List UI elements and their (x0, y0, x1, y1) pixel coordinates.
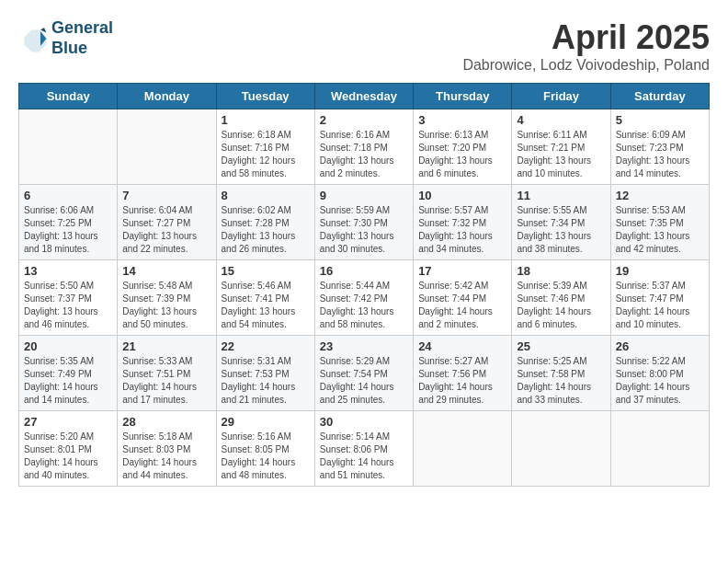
day-info: Sunrise: 5:20 AMSunset: 8:01 PMDaylight:… (24, 431, 112, 482)
day-cell: 4Sunrise: 6:11 AMSunset: 7:21 PMDaylight… (512, 109, 610, 185)
day-info: Sunrise: 5:14 AMSunset: 8:06 PMDaylight:… (320, 431, 408, 482)
calendar-table: SundayMondayTuesdayWednesdayThursdayFrid… (18, 83, 710, 487)
day-cell: 23Sunrise: 5:29 AMSunset: 7:54 PMDayligh… (314, 336, 413, 411)
day-info: Sunrise: 5:48 AMSunset: 7:39 PMDaylight:… (122, 280, 210, 331)
header-cell-monday: Monday (118, 84, 216, 109)
day-info: Sunrise: 5:31 AMSunset: 7:53 PMDaylight:… (222, 355, 310, 407)
week-row-5: 27Sunrise: 5:20 AMSunset: 8:01 PMDayligh… (19, 411, 710, 487)
day-number: 26 (616, 339, 704, 353)
month-title: April 2025 (462, 18, 710, 57)
day-info: Sunrise: 5:18 AMSunset: 8:03 PMDaylight:… (122, 431, 210, 482)
day-number: 29 (222, 415, 310, 429)
day-number: 3 (418, 113, 506, 127)
week-row-1: 1Sunrise: 6:18 AMSunset: 7:16 PMDaylight… (19, 109, 710, 185)
day-number: 28 (122, 415, 210, 429)
day-number: 1 (222, 113, 310, 127)
day-info: Sunrise: 5:39 AMSunset: 7:46 PMDaylight:… (517, 280, 605, 331)
day-cell: 13Sunrise: 5:50 AMSunset: 7:37 PMDayligh… (19, 260, 118, 336)
header-cell-thursday: Thursday (414, 84, 512, 109)
day-info: Sunrise: 5:37 AMSunset: 7:47 PMDaylight:… (616, 280, 704, 331)
header-cell-wednesday: Wednesday (314, 84, 413, 109)
day-cell: 8Sunrise: 6:02 AMSunset: 7:28 PMDaylight… (216, 185, 314, 260)
logo-line1: General (51, 18, 113, 37)
day-cell: 6Sunrise: 6:06 AMSunset: 7:25 PMDaylight… (19, 185, 118, 260)
logo: General Blue (18, 18, 113, 58)
day-info: Sunrise: 6:11 AMSunset: 7:21 PMDaylight:… (517, 129, 605, 180)
day-number: 5 (616, 113, 704, 127)
day-number: 16 (320, 264, 408, 278)
day-number: 19 (616, 264, 704, 278)
day-number: 25 (517, 339, 605, 353)
day-cell (512, 411, 610, 487)
day-cell: 10Sunrise: 5:57 AMSunset: 7:32 PMDayligh… (414, 185, 512, 260)
header-cell-saturday: Saturday (610, 84, 709, 109)
day-cell: 17Sunrise: 5:42 AMSunset: 7:44 PMDayligh… (414, 260, 512, 336)
day-number: 2 (320, 113, 408, 127)
day-cell: 19Sunrise: 5:37 AMSunset: 7:47 PMDayligh… (610, 260, 709, 336)
logo-icon (18, 24, 48, 53)
day-cell (610, 411, 709, 487)
day-cell: 15Sunrise: 5:46 AMSunset: 7:41 PMDayligh… (216, 260, 314, 336)
day-cell: 16Sunrise: 5:44 AMSunset: 7:42 PMDayligh… (314, 260, 413, 336)
day-cell: 30Sunrise: 5:14 AMSunset: 8:06 PMDayligh… (314, 411, 413, 487)
header-row: SundayMondayTuesdayWednesdayThursdayFrid… (19, 84, 710, 109)
day-cell: 7Sunrise: 6:04 AMSunset: 7:27 PMDaylight… (118, 185, 216, 260)
day-info: Sunrise: 5:16 AMSunset: 8:05 PMDaylight:… (222, 431, 310, 482)
day-cell: 22Sunrise: 5:31 AMSunset: 7:53 PMDayligh… (216, 336, 314, 411)
day-cell (118, 109, 216, 185)
day-info: Sunrise: 6:06 AMSunset: 7:25 PMDaylight:… (24, 204, 112, 256)
day-cell: 2Sunrise: 6:16 AMSunset: 7:18 PMDaylight… (314, 109, 413, 185)
header-cell-tuesday: Tuesday (216, 84, 314, 109)
day-cell: 11Sunrise: 5:55 AMSunset: 7:34 PMDayligh… (512, 185, 610, 260)
day-info: Sunrise: 5:59 AMSunset: 7:30 PMDaylight:… (320, 204, 408, 256)
day-number: 23 (320, 339, 408, 353)
day-cell: 29Sunrise: 5:16 AMSunset: 8:05 PMDayligh… (216, 411, 314, 487)
day-cell: 5Sunrise: 6:09 AMSunset: 7:23 PMDaylight… (610, 109, 709, 185)
title-block: April 2025 Dabrowice, Lodz Voivodeship, … (462, 18, 710, 74)
day-info: Sunrise: 5:27 AMSunset: 7:56 PMDaylight:… (418, 355, 506, 407)
day-info: Sunrise: 6:09 AMSunset: 7:23 PMDaylight:… (616, 129, 704, 180)
day-number: 6 (24, 189, 112, 202)
day-cell: 18Sunrise: 5:39 AMSunset: 7:46 PMDayligh… (512, 260, 610, 336)
day-number: 12 (616, 189, 704, 202)
day-cell: 3Sunrise: 6:13 AMSunset: 7:20 PMDaylight… (414, 109, 512, 185)
day-cell: 24Sunrise: 5:27 AMSunset: 7:56 PMDayligh… (414, 336, 512, 411)
day-number: 21 (122, 339, 210, 353)
day-cell: 14Sunrise: 5:48 AMSunset: 7:39 PMDayligh… (118, 260, 216, 336)
day-number: 7 (122, 189, 210, 202)
day-info: Sunrise: 5:50 AMSunset: 7:37 PMDaylight:… (24, 280, 112, 331)
day-number: 18 (517, 264, 605, 278)
logo-text: General Blue (51, 18, 113, 58)
day-number: 14 (122, 264, 210, 278)
day-info: Sunrise: 6:04 AMSunset: 7:27 PMDaylight:… (122, 204, 210, 256)
logo-line2: Blue (51, 39, 87, 57)
day-number: 4 (517, 113, 605, 127)
day-number: 22 (222, 339, 310, 353)
day-info: Sunrise: 6:16 AMSunset: 7:18 PMDaylight:… (320, 129, 408, 180)
day-number: 9 (320, 189, 408, 202)
day-cell: 28Sunrise: 5:18 AMSunset: 8:03 PMDayligh… (118, 411, 216, 487)
day-number: 13 (24, 264, 112, 278)
day-info: Sunrise: 5:53 AMSunset: 7:35 PMDaylight:… (616, 204, 704, 256)
day-info: Sunrise: 5:35 AMSunset: 7:49 PMDaylight:… (24, 355, 112, 407)
day-info: Sunrise: 5:25 AMSunset: 7:58 PMDaylight:… (517, 355, 605, 407)
day-number: 24 (418, 339, 506, 353)
day-info: Sunrise: 6:18 AMSunset: 7:16 PMDaylight:… (222, 129, 310, 180)
week-row-4: 20Sunrise: 5:35 AMSunset: 7:49 PMDayligh… (19, 336, 710, 411)
day-info: Sunrise: 5:44 AMSunset: 7:42 PMDaylight:… (320, 280, 408, 331)
week-row-3: 13Sunrise: 5:50 AMSunset: 7:37 PMDayligh… (19, 260, 710, 336)
header-cell-sunday: Sunday (19, 84, 118, 109)
day-number: 27 (24, 415, 112, 429)
day-info: Sunrise: 5:22 AMSunset: 8:00 PMDaylight:… (616, 355, 704, 407)
header-cell-friday: Friday (512, 84, 610, 109)
day-info: Sunrise: 5:57 AMSunset: 7:32 PMDaylight:… (418, 204, 506, 256)
location-title: Dabrowice, Lodz Voivodeship, Poland (462, 57, 710, 74)
day-info: Sunrise: 5:55 AMSunset: 7:34 PMDaylight:… (517, 204, 605, 256)
day-cell: 25Sunrise: 5:25 AMSunset: 7:58 PMDayligh… (512, 336, 610, 411)
day-info: Sunrise: 5:42 AMSunset: 7:44 PMDaylight:… (418, 280, 506, 331)
day-info: Sunrise: 5:46 AMSunset: 7:41 PMDaylight:… (222, 280, 310, 331)
day-cell: 12Sunrise: 5:53 AMSunset: 7:35 PMDayligh… (610, 185, 709, 260)
day-number: 8 (222, 189, 310, 202)
day-number: 17 (418, 264, 506, 278)
day-cell: 26Sunrise: 5:22 AMSunset: 8:00 PMDayligh… (610, 336, 709, 411)
